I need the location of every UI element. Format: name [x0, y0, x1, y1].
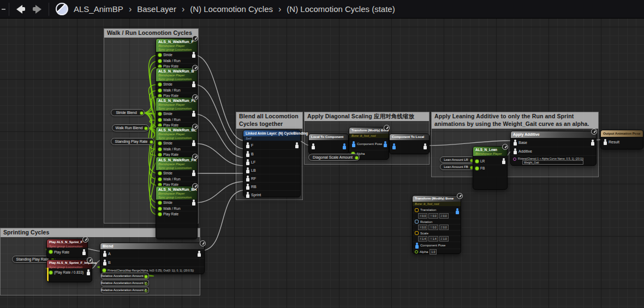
anim-node-walkrun-fr[interactable]: ALS_N_WalkRun_FR Blendspace Player Sync … — [156, 156, 198, 187]
pose-out-pin[interactable] — [192, 170, 195, 176]
loop-badge-icon[interactable] — [502, 144, 508, 150]
component-pose-in-pin[interactable] — [392, 143, 396, 149]
component-pose-in-pin[interactable] — [351, 141, 355, 147]
float-in-pin[interactable] — [49, 250, 52, 253]
float-in-pin[interactable] — [158, 112, 162, 116]
pose-in-pin[interactable] — [513, 148, 517, 154]
anim-node-walkrun-bl[interactable]: ALS_N_WalkRun_BL Blendspace Player Sync … — [156, 126, 198, 157]
float-in-pin[interactable] — [49, 271, 52, 274]
forward-button[interactable] — [33, 5, 41, 14]
anim-node-sprint-f[interactable]: Play ALS_N_Sprint_F Sync group Locomotio… — [46, 239, 88, 258]
breadcrumb-locomotion-cycles-state[interactable]: (N) Locomotion Cycles (state) — [287, 4, 395, 14]
loop-badge-icon[interactable] — [384, 125, 390, 131]
float-out-pin[interactable] — [355, 156, 358, 159]
alpha-curve-name[interactable]: Weight_Gait — [522, 160, 583, 165]
node-title[interactable]: Transform (Modify) Bone — [349, 128, 389, 134]
float-out-pin[interactable] — [145, 289, 147, 292]
float-in-pin[interactable] — [158, 83, 162, 86]
getter-rel-accel-y[interactable]: Relative Acceleration Amount Y — [101, 280, 149, 286]
output-animation-pose-node[interactable]: Output Animation Pose Result — [600, 130, 643, 149]
node-title[interactable]: Linked Anim Layer: (N) CycleBlending — [243, 130, 300, 136]
float-out-pin[interactable] — [145, 282, 147, 285]
pose-in-pin[interactable] — [246, 142, 249, 148]
component-pose-out-pin[interactable] — [383, 141, 387, 147]
comment-header[interactable]: Walk / Run Locomotion Cycles — [104, 29, 198, 38]
alpha-value-field[interactable]: 1.0 — [430, 249, 437, 255]
getter-standing-play-rate[interactable]: Standing Play Rate — [111, 138, 154, 145]
loop-badge-icon[interactable] — [82, 237, 88, 243]
scale-in-pin[interactable] — [415, 231, 419, 235]
float-in-pin[interactable] — [475, 167, 479, 170]
pose-in-pin[interactable] — [246, 184, 249, 190]
float-out-pin[interactable] — [145, 127, 147, 130]
anim-node-walkrun-f[interactable]: ALS_N_WalkRun_F Blendspace Player Sync g… — [156, 38, 198, 69]
translation-in-pin[interactable] — [415, 208, 419, 212]
pose-in-pin[interactable] — [246, 151, 249, 157]
pose-out-pin[interactable] — [82, 249, 86, 255]
pose-out-pin[interactable] — [192, 200, 195, 206]
comment-header[interactable]: Apply Diagonal Scaling 应用对角线缩放 — [305, 112, 429, 121]
anim-node-walkrun-b[interactable]: ALS_N_WalkRun_B Blendspace Player Sync g… — [156, 68, 198, 98]
component-pose-in-pin[interactable] — [415, 243, 419, 249]
float-in-pin[interactable] — [158, 201, 162, 204]
float-in-pin[interactable] — [158, 53, 162, 57]
node-title[interactable]: Transform (Modify) Bone — [413, 196, 461, 202]
loop-badge-icon[interactable] — [192, 65, 198, 71]
node-title[interactable]: Blend — [100, 243, 204, 249]
pose-out-pin[interactable] — [192, 111, 195, 117]
alpha-in-pin[interactable] — [415, 250, 418, 253]
float-in-pin[interactable] — [158, 118, 162, 122]
pose-in-pin[interactable] — [246, 176, 249, 182]
float-in-pin[interactable] — [158, 142, 162, 145]
getter-rel-accel-z[interactable]: Relative Acceleration Amount Z — [101, 287, 149, 293]
pose-in-pin[interactable] — [103, 259, 106, 265]
loop-badge-icon[interactable] — [457, 193, 463, 199]
breadcrumb-root[interactable]: ALS_AnimBP — [74, 4, 123, 14]
pose-out-pin[interactable] — [192, 140, 195, 146]
anim-node-walkrun-br[interactable]: ALS_N_WalkRun_BR Blendspace Player Sync … — [156, 186, 198, 239]
getter-walk-run-blend[interactable]: Walk Run Blend — [112, 124, 149, 131]
node-title[interactable]: Output Animation Pose — [601, 130, 643, 137]
getter-lean-amount-lr[interactable]: Lean Amount LR — [440, 156, 475, 163]
rotation-in-pin[interactable] — [415, 220, 419, 224]
transform-modify-bone-node-detail[interactable]: Transform (Modify) Bone Bone: ik_foot_ro… — [412, 195, 461, 254]
loop-badge-icon[interactable] — [87, 257, 93, 263]
pose-in-pin[interactable] — [246, 167, 249, 173]
node-title[interactable]: Local To Component — [309, 134, 348, 140]
pose-in-pin[interactable] — [246, 192, 249, 198]
breadcrumb-locomotion-cycles[interactable]: (N) Locomotion Cycles — [190, 4, 273, 14]
anim-node-lean[interactable]: ALS_N_Lean Blendspace Player LR FB — [473, 146, 508, 190]
pose-in-pin[interactable] — [103, 251, 106, 257]
getter-diagonal-scale-amount[interactable]: Diagonal Scale Amount — [308, 154, 360, 161]
loop-badge-icon[interactable] — [192, 35, 198, 41]
alpha-in-pin[interactable] — [103, 269, 106, 272]
anim-node-sprint-f-impulse[interactable]: Play ALS_N_Sprint_F_Impulse Sync group L… — [46, 259, 92, 282]
pose-out-pin[interactable] — [192, 81, 195, 87]
loop-badge-icon[interactable] — [591, 129, 597, 135]
float-out-pin[interactable] — [145, 275, 147, 278]
linked-anim-layer-node[interactable]: Linked Anim Layer: (N) CycleBlending Sel… — [243, 130, 301, 197]
getter-lean-amount-fb[interactable]: Lean Amount FB — [440, 164, 475, 170]
pose-in-pin[interactable] — [513, 140, 517, 146]
pose-out-pin[interactable] — [591, 140, 594, 146]
anim-node-walkrun-fl[interactable]: ALS_N_WalkRun_FL Blendspace Player Sync … — [156, 97, 198, 128]
comment-header[interactable]: Blend all Locomotion Cycles together — [236, 112, 302, 129]
apply-additive-node[interactable]: Apply Additive Base Additive FInterp(Cla… — [510, 131, 597, 166]
component-to-local-node[interactable]: Component To Local — [389, 134, 430, 154]
float-in-pin[interactable] — [475, 160, 479, 163]
component-pose-out-pin[interactable] — [342, 143, 346, 149]
getter-stride-blend[interactable]: Stride Blend — [111, 109, 145, 116]
pose-out-pin[interactable] — [86, 269, 90, 275]
float-in-pin[interactable] — [158, 148, 162, 151]
float-out-pin[interactable] — [140, 112, 143, 114]
float-out-pin[interactable] — [150, 141, 153, 143]
pose-out-pin[interactable] — [423, 143, 427, 149]
pose-in-pin[interactable] — [311, 143, 315, 149]
float-in-pin[interactable] — [158, 172, 162, 175]
loop-badge-icon[interactable] — [192, 183, 198, 189]
back-button[interactable] — [16, 5, 25, 14]
comment-header[interactable]: Apply Leaning Additive to only the Run a… — [432, 112, 598, 129]
pose-out-pin[interactable] — [197, 251, 201, 257]
pose-in-pin[interactable] — [246, 159, 249, 165]
float-in-pin[interactable] — [158, 89, 162, 92]
